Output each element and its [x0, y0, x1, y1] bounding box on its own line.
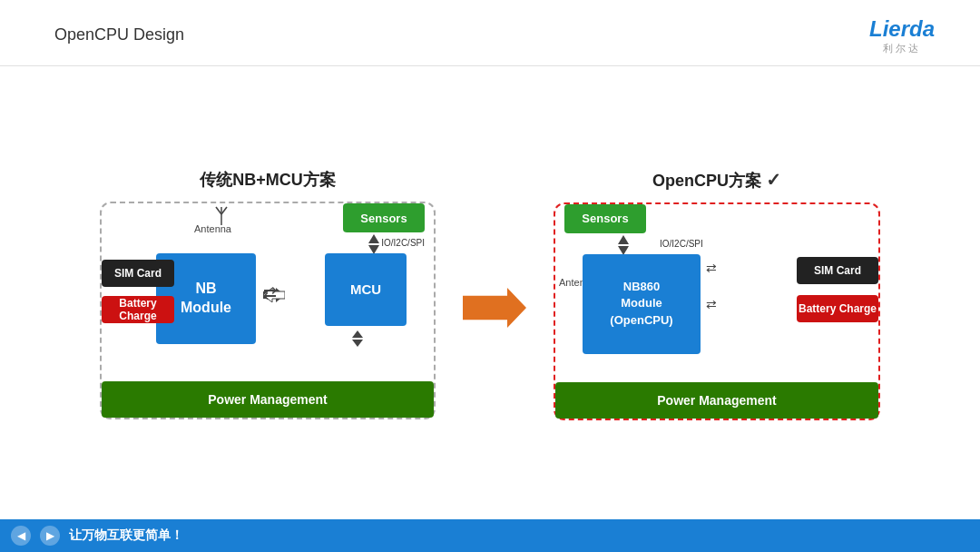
footer: ◀ ▶ 让万物互联更简单！ — [0, 519, 980, 552]
traditional-box: Antenna Sensors IO/I2C/SPI NBModule MCU — [100, 202, 436, 419]
footer-text: 让万物互联更简单！ — [69, 527, 183, 544]
trad-antenna-icon — [214, 205, 229, 225]
logo-text: Lierda — [869, 16, 935, 42]
trad-mcu-io-arrow — [350, 330, 365, 347]
opc-simcard-arrow: ⇄ — [706, 261, 717, 275]
opencpu-diagram: OpenCPU方案 ✓ Sensors IO/I2C/SPI Antenna — [554, 169, 880, 420]
opencpu-box: Sensors IO/I2C/SPI Antenna NB860Module(O… — [554, 202, 880, 420]
checkmark-icon: ✓ — [766, 170, 781, 190]
svg-marker-4 — [368, 234, 379, 243]
svg-marker-8 — [352, 330, 363, 338]
trad-power-block: Power Management — [102, 381, 434, 418]
opencpu-title: OpenCPU方案 ✓ — [652, 169, 781, 192]
trad-sensors-block: Sensors — [343, 203, 425, 232]
opc-power-block: Power Management — [555, 382, 878, 419]
main-content: 传统NB+MCU方案 Antenna Sensors IO/I2C/SPI NB… — [0, 73, 980, 516]
diagram-arrow-container — [463, 288, 526, 328]
traditional-diagram: 传统NB+MCU方案 Antenna Sensors IO/I2C/SPI NB… — [100, 169, 436, 419]
opc-io-label: IO/I2C/SPI — [660, 239, 703, 249]
svg-line-1 — [216, 207, 221, 214]
trad-mcu-block: MCU — [325, 253, 407, 326]
svg-marker-10 — [618, 235, 629, 244]
page-title: OpenCPU Design — [54, 25, 184, 44]
header-divider — [0, 65, 980, 66]
opc-sensor-arrow — [616, 235, 631, 255]
trad-simcard-block: SIM Card — [102, 260, 174, 287]
opc-sensors-block: Sensors — [564, 204, 646, 233]
opc-battery-arrow: ⇄ — [706, 297, 717, 311]
trad-battery-block: Battery Charge — [102, 296, 174, 323]
traditional-title: 传统NB+MCU方案 — [200, 169, 336, 191]
trad-exchange-icon: ⇄ — [263, 283, 277, 303]
opc-simcard-block: SIM Card — [797, 257, 878, 284]
trad-sensor-arrow — [367, 234, 381, 254]
svg-line-2 — [221, 207, 227, 214]
logo: Lierda 利尔达 — [869, 16, 935, 55]
next-button[interactable]: ▶ — [40, 526, 60, 546]
opc-battery-block: Battery Charge — [797, 295, 878, 322]
trad-io-label: IO/I2C/SPI — [381, 238, 425, 248]
logo-subtext: 利尔达 — [883, 42, 921, 55]
prev-button[interactable]: ◀ — [11, 526, 31, 546]
transition-arrow — [463, 288, 526, 328]
opc-nb-block: NB860Module(OpenCPU) — [583, 254, 701, 354]
svg-marker-9 — [352, 340, 363, 347]
